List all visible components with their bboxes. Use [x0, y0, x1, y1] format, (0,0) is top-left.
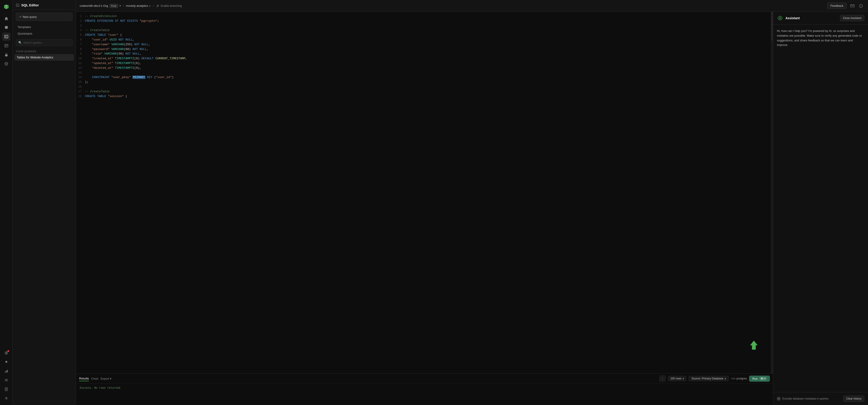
sidebar-icon-list[interactable]	[2, 376, 10, 384]
editor-scrollbar[interactable]	[771, 12, 773, 373]
editor-icon	[16, 3, 20, 7]
db-selector[interactable]: invoizly-analytics ◇	[126, 4, 151, 7]
info-icon[interactable]	[858, 2, 864, 9]
run-button[interactable]: Run ⌘ ↵	[749, 376, 770, 382]
rows-label: 100 rows	[671, 377, 682, 380]
org-selector[interactable]: codesmith-dev1's Org Free ▾	[80, 4, 121, 8]
clear-history-button[interactable]: Clear history	[843, 396, 864, 402]
left-panel: SQL Editor + New query Templates Quickst…	[13, 0, 76, 405]
svg-rect-8	[5, 372, 5, 373]
sidebar-icon-tables[interactable]	[2, 41, 10, 50]
org-name-text: codesmith-dev1's Org	[80, 4, 108, 7]
top-bar-icons	[849, 2, 864, 9]
role-area: role postgres	[731, 377, 747, 380]
svg-marker-20	[750, 341, 757, 350]
top-bar: codesmith-dev1's Org Free ▾ / invoizly-a…	[76, 0, 868, 12]
search-box[interactable]: 🔍	[16, 39, 72, 46]
sidebar-icon-package[interactable]	[2, 60, 10, 68]
run-label: Run	[752, 377, 758, 380]
assistant-panel: Assistant Close Assistant Hi, how can I …	[773, 12, 868, 405]
close-assistant-button[interactable]: Close Assistant	[840, 15, 864, 21]
cmd-icon: ⌘	[761, 377, 763, 380]
assistant-icon	[777, 15, 783, 21]
query-result-text: Success. No rows returned	[76, 384, 773, 405]
feedback-button[interactable]: Feedback	[827, 2, 847, 9]
breadcrumb-sep-2: /	[153, 4, 154, 8]
db-chevron-icon: ◇	[149, 4, 151, 7]
assistant-title: Assistant	[785, 16, 838, 20]
line-numbers: 1234 5678 9101112 13141516 1718	[76, 14, 85, 371]
source-selector[interactable]: Source: Primary Database ▾	[688, 376, 729, 381]
svg-rect-10	[7, 370, 8, 373]
code-content: 1234 5678 9101112 13141516 1718 -- Creat…	[76, 12, 773, 373]
source-chevron-icon: ▾	[725, 377, 726, 380]
svg-rect-5	[5, 55, 7, 56]
nav-item-quickstarts[interactable]: Quickstarts	[16, 31, 72, 37]
new-query-button[interactable]: + New query	[16, 13, 72, 21]
your-queries-label: YOUR QUERIES	[13, 48, 76, 54]
mail-icon[interactable]	[849, 2, 856, 9]
more-options-button[interactable]: ⋮	[659, 375, 666, 382]
scrollbar-tick	[771, 30, 773, 33]
role-prefix: role	[731, 377, 736, 380]
scrollbar-tick	[771, 34, 773, 37]
icon-sidebar	[0, 0, 13, 405]
svg-rect-9	[6, 370, 6, 372]
sidebar-icon-chart[interactable]	[2, 367, 10, 375]
assistant-body: Hi, how can I help you? I'm powered by A…	[773, 25, 868, 392]
app-logo[interactable]	[2, 3, 10, 11]
scrollbar-tick	[771, 37, 773, 40]
sidebar-icon-lock[interactable]	[2, 51, 10, 59]
org-chevron-icon: ▾	[120, 4, 121, 7]
svg-point-21	[779, 18, 781, 19]
page-title: SQL Editor	[21, 3, 39, 7]
code-lines: -- CreateExtension CREATE EXTENSION IF N…	[85, 14, 773, 371]
sidebar-icon-database[interactable]	[2, 24, 10, 32]
sidebar-icon-activity[interactable]	[2, 349, 10, 357]
sidebar-icon-doc[interactable]	[2, 385, 10, 393]
left-panel-header: SQL Editor	[13, 0, 76, 9]
scrollbar-tick	[771, 16, 773, 19]
exclude-metadata-toggle[interactable]: Exclude database metadata in queries	[777, 397, 829, 401]
assistant-welcome-text: Hi, how can I help you? I'm powered by A…	[777, 29, 864, 48]
tab-chart[interactable]: Chart	[91, 376, 98, 381]
scrollbar-tick	[771, 27, 773, 30]
assistant-header: Assistant Close Assistant	[773, 12, 868, 25]
search-icon: 🔍	[18, 41, 22, 45]
branch-icon	[156, 4, 159, 7]
tab-results[interactable]: Results	[79, 376, 89, 381]
scroll-down-indicator	[748, 339, 760, 351]
search-input[interactable]	[23, 41, 70, 45]
main-content: codesmith-dev1's Org Free ▾ / invoizly-a…	[76, 0, 868, 405]
sidebar-icon-editor[interactable]	[2, 33, 10, 41]
svg-point-7	[6, 352, 7, 353]
breadcrumb-sep: /	[123, 4, 124, 8]
scrollbar-tick	[771, 12, 773, 15]
sidebar-icon-plugin[interactable]	[2, 358, 10, 366]
enter-icon: ↵	[764, 377, 766, 380]
new-query-label: New query	[23, 15, 37, 19]
rows-chevron-icon: ▾	[683, 377, 684, 380]
branch-label: Enable branching	[161, 4, 182, 7]
role-value: postgres	[737, 377, 747, 380]
rows-selector[interactable]: 100 rows ▾	[668, 376, 686, 381]
success-message: Success. No rows returned	[80, 386, 120, 389]
bottom-panel: Results Chart Export ▾ ⋮ 100 rows ▾ Sour…	[76, 373, 773, 405]
org-badge: Free	[110, 4, 118, 8]
scrollbar-tick	[771, 19, 773, 22]
code-editor[interactable]: 1234 5678 9101112 13141516 1718 -- Creat…	[76, 12, 773, 373]
svg-rect-2	[4, 45, 8, 47]
query-item-active[interactable]: Tables for Website Analytics	[14, 54, 74, 61]
tab-export[interactable]: Export ▾	[101, 376, 112, 381]
db-name-text: invoizly-analytics	[126, 4, 148, 7]
sidebar-icon-settings[interactable]	[2, 394, 10, 402]
source-label: Source: Primary Database	[691, 377, 723, 380]
nav-item-templates[interactable]: Templates	[16, 24, 72, 30]
plus-icon: +	[19, 15, 21, 19]
editor-area: 1234 5678 9101112 13141516 1718 -- Creat…	[76, 12, 868, 405]
run-kbd-shortcut: ⌘ ↵	[760, 377, 767, 380]
enable-branching-button[interactable]: Enable branching	[156, 4, 182, 7]
toggle-inner	[778, 398, 780, 400]
left-panel-nav: Templates Quickstarts	[13, 23, 76, 37]
sidebar-icon-home[interactable]	[2, 15, 10, 23]
